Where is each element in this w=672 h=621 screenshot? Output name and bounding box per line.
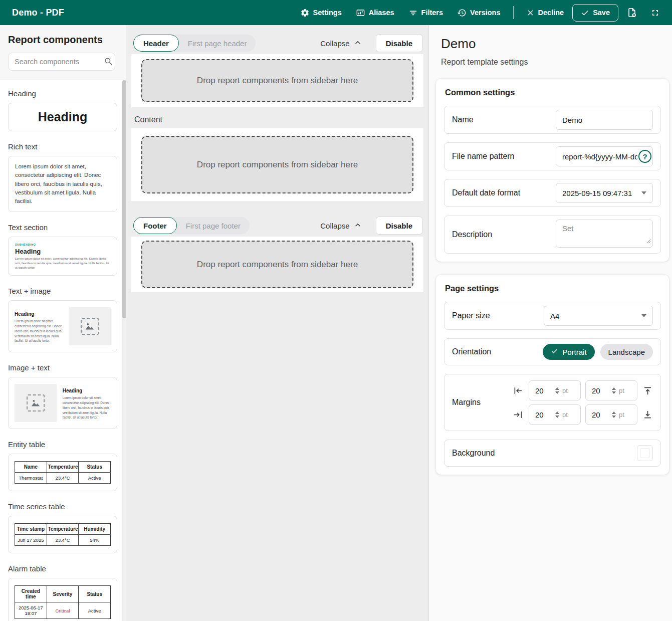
description-label: Description bbox=[452, 230, 492, 239]
decline-button[interactable]: Decline bbox=[521, 5, 570, 21]
table-row: Jun 17 2025 23.4°C 54% bbox=[15, 535, 111, 546]
name-row: Name bbox=[444, 106, 661, 134]
chevron-down-icon bbox=[641, 314, 646, 317]
scrollbar-thumb[interactable] bbox=[122, 80, 126, 318]
component-list: Heading Heading Rich text Lorem ipsum do… bbox=[0, 80, 126, 621]
report-canvas: Header First page header Collapse Disabl… bbox=[126, 25, 428, 621]
versions-button[interactable]: Versions bbox=[452, 4, 506, 22]
tab-first-page-footer[interactable]: First page footer bbox=[177, 222, 250, 230]
component-rich-text[interactable]: Lorem ipsum dolor sit amet, consectetur … bbox=[8, 156, 117, 212]
component-text-section[interactable]: SUBHEADING Heading Lorem ipsum dolor sit… bbox=[8, 237, 117, 276]
margin-bottom-icon bbox=[642, 409, 653, 420]
content-section-label: Content bbox=[134, 115, 422, 124]
tab-footer[interactable]: Footer bbox=[133, 217, 177, 234]
fullscreen-icon[interactable] bbox=[645, 4, 665, 22]
time-series-table-preview: Time stamp Temperature Humidity Jun 17 2… bbox=[15, 523, 111, 546]
image-text-body: Lorem ipsum dolor sit amet, consectetur … bbox=[63, 395, 111, 420]
chevron-down-icon bbox=[641, 191, 646, 194]
page-settings-title: Page settings bbox=[445, 284, 661, 293]
header-dropzone[interactable]: Drop report components from sidebar here bbox=[141, 59, 413, 102]
file-name-pattern-row: File name pattern ? bbox=[444, 142, 661, 170]
toolbar-actions: Settings Aliases Filters Versions Declin… bbox=[295, 3, 665, 22]
rich-text-preview: Lorem ipsum dolor sit amet, consectetur … bbox=[9, 156, 117, 212]
filters-button[interactable]: Filters bbox=[403, 4, 449, 22]
background-color-swatch[interactable] bbox=[637, 445, 653, 461]
help-icon[interactable]: ? bbox=[638, 150, 651, 163]
search-input[interactable] bbox=[8, 53, 115, 71]
stepper-arrows[interactable] bbox=[555, 387, 559, 394]
footer-edit-area: Drop report components from sidebar here bbox=[131, 237, 423, 292]
entity-table-preview: Name Temperature Status Thermostat 23.4°… bbox=[15, 461, 111, 484]
margin-left-input[interactable]: pt bbox=[529, 380, 581, 400]
margin-left-value[interactable] bbox=[535, 386, 554, 395]
unit-label: pt bbox=[562, 411, 568, 419]
paper-size-select[interactable]: A4 bbox=[544, 306, 653, 326]
orientation-portrait-button[interactable]: Portrait bbox=[543, 344, 594, 360]
date-format-select[interactable]: 2025-09-15 09:47:31 bbox=[556, 183, 653, 203]
footer-collapse-button[interactable]: Collapse bbox=[320, 220, 362, 232]
margin-top-value[interactable] bbox=[592, 386, 611, 395]
description-field[interactable] bbox=[556, 220, 653, 248]
tab-first-page-header[interactable]: First page header bbox=[179, 39, 256, 48]
margins-row: Margins pt pt bbox=[444, 374, 661, 431]
stepper-arrows[interactable] bbox=[555, 411, 559, 418]
section-label-image-text: Image + text bbox=[8, 363, 117, 372]
component-alarm-table[interactable]: Created time Severity Status 2025-06-17 … bbox=[8, 578, 117, 621]
image-icon bbox=[27, 394, 45, 411]
content-dropzone[interactable]: Drop report components from sidebar here bbox=[141, 136, 413, 193]
header-disable-button[interactable]: Disable bbox=[376, 34, 422, 52]
footer-disable-button[interactable]: Disable bbox=[376, 217, 422, 235]
margin-bottom-value[interactable] bbox=[592, 410, 611, 419]
template-subtitle: Report template settings bbox=[441, 58, 660, 67]
margin-bottom-input[interactable]: pt bbox=[585, 404, 637, 425]
table-row: Thermostat 23.4°C Active bbox=[15, 473, 111, 484]
resize-handle-icon[interactable] bbox=[646, 237, 651, 246]
header-edit-area: Drop report components from sidebar here bbox=[131, 54, 423, 107]
margin-right-value[interactable] bbox=[535, 410, 554, 419]
close-icon bbox=[526, 9, 535, 17]
stepper-arrows[interactable] bbox=[612, 411, 616, 418]
name-field[interactable] bbox=[556, 110, 653, 130]
margin-right-input[interactable]: pt bbox=[529, 404, 581, 425]
window-title: Demo - PDF bbox=[12, 8, 64, 18]
paper-size-label: Paper size bbox=[452, 311, 490, 320]
section-label-entity-table: Entity table bbox=[8, 440, 117, 449]
image-placeholder bbox=[15, 384, 57, 422]
sidebar-header: Report components bbox=[0, 25, 126, 80]
unit-label: pt bbox=[619, 387, 624, 394]
component-text-image[interactable]: Heading Lorem ipsum dolor sit amet, cons… bbox=[8, 300, 117, 352]
settings-button[interactable]: Settings bbox=[295, 4, 347, 22]
components-sidebar: Report components Heading Heading Rich t… bbox=[0, 25, 126, 621]
component-image-text[interactable]: Heading Lorem ipsum dolor sit amet, cons… bbox=[8, 377, 117, 429]
image-placeholder bbox=[69, 307, 111, 345]
footer-dropzone[interactable]: Drop report components from sidebar here bbox=[141, 241, 413, 288]
stepper-arrows[interactable] bbox=[612, 387, 616, 394]
header-collapse-button[interactable]: Collapse bbox=[320, 38, 362, 49]
unit-label: pt bbox=[619, 411, 624, 419]
name-label: Name bbox=[452, 115, 474, 124]
margin-right-icon bbox=[511, 409, 524, 420]
component-heading[interactable]: Heading bbox=[8, 103, 117, 131]
orientation-landscape-button[interactable]: Landscape bbox=[600, 344, 653, 360]
chevron-up-icon bbox=[353, 38, 363, 49]
page-settings-card: Page settings Paper size A4 Orientation … bbox=[436, 275, 669, 475]
sidebar-title: Report components bbox=[8, 34, 118, 46]
paper-size-value: A4 bbox=[550, 312, 559, 320]
unit-label: pt bbox=[562, 387, 568, 394]
margin-top-input[interactable]: pt bbox=[585, 380, 637, 400]
sidebar-scrollbar[interactable] bbox=[122, 80, 126, 621]
preview-report-button[interactable] bbox=[621, 3, 642, 22]
component-entity-table[interactable]: Name Temperature Status Thermostat 23.4°… bbox=[8, 454, 117, 491]
save-button[interactable]: Save bbox=[572, 4, 618, 22]
header-zone-controls: Header First page header Collapse Disabl… bbox=[133, 34, 422, 52]
component-time-series-table[interactable]: Time stamp Temperature Humidity Jun 17 2… bbox=[8, 516, 117, 553]
settings-panel: Demo Report template settings Common set… bbox=[428, 25, 672, 621]
header-page-toggle: Header First page header bbox=[133, 35, 256, 52]
footer-zone-controls: Footer First page footer Collapse Disabl… bbox=[133, 217, 422, 235]
date-format-label: Default date format bbox=[452, 188, 520, 197]
text-section-body: Lorem ipsum dolor sit amet, consectetur … bbox=[15, 257, 110, 270]
aliases-button[interactable]: Aliases bbox=[350, 4, 400, 22]
search-icon bbox=[104, 57, 114, 69]
tab-header[interactable]: Header bbox=[133, 35, 179, 52]
text-section-heading: Heading bbox=[15, 248, 110, 255]
